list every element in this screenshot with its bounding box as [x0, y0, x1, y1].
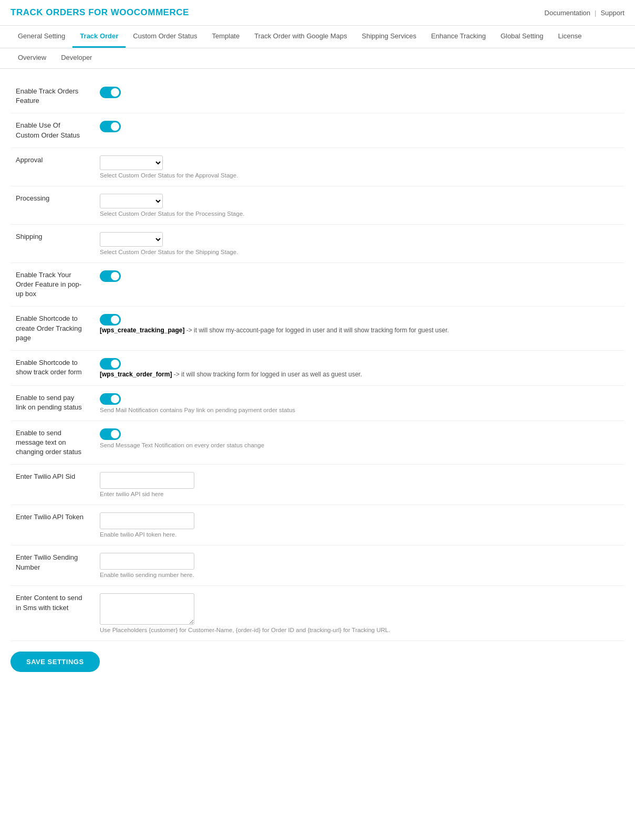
tab-track-order-google-maps[interactable]: Track Order with Google Maps — [247, 26, 355, 48]
note-twilio-sending-number: Enable twilio sending number here. — [100, 572, 619, 578]
support-link[interactable]: Support — [600, 9, 624, 17]
link-separator: | — [595, 9, 596, 17]
row-twilio-api-sid: Enter Twilio API Sid Enter twilio API si… — [11, 465, 624, 505]
row-twilio-api-token: Enter Twilio API Token Enable twilio API… — [11, 505, 624, 545]
row-send-pay-link: Enable to send pay link on pending statu… — [11, 385, 624, 421]
shortcode-tracking-note: [wps_create_tracking_page] -> it will sh… — [100, 327, 619, 334]
label-twilio-api-token: Enter Twilio API Token — [11, 505, 95, 545]
app-title: TRACK ORDERS FOR WOOCOMMERCE — [11, 7, 189, 18]
toggle-slider — [100, 87, 121, 98]
nav-tabs: General Setting Track Order Custom Order… — [0, 26, 635, 48]
toggle-shortcode-tracking-page[interactable] — [100, 314, 121, 326]
toggle-slider-4 — [100, 314, 121, 326]
row-approval: Approval Select Custom Order Status for … — [11, 148, 624, 186]
toggle-slider-7 — [100, 428, 121, 440]
tab-track-order[interactable]: Track Order — [72, 26, 126, 48]
row-enable-popup: Enable Track Your Order Feature in pop-u… — [11, 262, 624, 307]
row-shipping: Shipping Select Custom Order Status for … — [11, 224, 624, 262]
settings-content: Enable Track Orders Feature Enable Use O… — [0, 69, 635, 682]
field-content-sms-ticket: Use Placeholders {customer} for Customer… — [95, 586, 624, 641]
input-twilio-api-token[interactable] — [100, 512, 194, 529]
shortcode-form-desc: -> it will show tracking form for logged… — [174, 371, 362, 378]
tab-template[interactable]: Template — [204, 26, 247, 48]
note-processing: Select Custom Order Status for the Proce… — [100, 211, 619, 217]
shortcode-tracking-desc: -> it will show my-account-page for logg… — [186, 327, 449, 334]
label-processing: Processing — [11, 186, 95, 224]
field-processing: Select Custom Order Status for the Proce… — [95, 186, 624, 224]
select-approval[interactable] — [100, 155, 163, 170]
field-shipping: Select Custom Order Status for the Shipp… — [95, 224, 624, 262]
note-send-message-text: Send Message Text Notification on every … — [100, 442, 619, 448]
subtab-overview[interactable]: Overview — [11, 48, 54, 68]
label-send-message-text: Enable to send message text on changing … — [11, 421, 95, 465]
tab-general-setting[interactable]: General Setting — [11, 26, 72, 48]
tab-enhance-tracking[interactable]: Enhance Tracking — [424, 26, 493, 48]
label-approval: Approval — [11, 148, 95, 186]
label-enable-track-orders: Enable Track Orders Feature — [11, 79, 95, 113]
toggle-send-message-text[interactable] — [100, 428, 121, 440]
textarea-content-sms-ticket[interactable] — [100, 593, 194, 625]
field-twilio-sending-number: Enable twilio sending number here. — [95, 545, 624, 586]
shortcode-form-code: [wps_track_order_form] — [100, 371, 172, 378]
field-send-pay-link: Send Mail Notification contains Pay link… — [95, 385, 624, 421]
row-enable-track-orders: Enable Track Orders Feature — [11, 79, 624, 113]
top-bar-links: Documentation | Support — [545, 9, 624, 17]
toggle-shortcode-track-order-form[interactable] — [100, 358, 121, 370]
tab-global-setting[interactable]: Global Setting — [493, 26, 551, 48]
toggle-slider-5 — [100, 358, 121, 370]
shortcode-form-note: [wps_track_order_form] -> it will show t… — [100, 371, 619, 378]
tab-license[interactable]: License — [551, 26, 589, 48]
save-settings-button[interactable]: SAVE SETTINGS — [11, 652, 100, 672]
note-content-sms-ticket: Use Placeholders {customer} for Customer… — [100, 627, 619, 633]
row-enable-custom-order-status: Enable Use Of Custom Order Status — [11, 113, 624, 148]
field-shortcode-track-order-form: [wps_track_order_form] -> it will show t… — [95, 350, 624, 385]
label-shortcode-track-order-form: Enable Shortcode to show track order for… — [11, 350, 95, 385]
label-send-pay-link: Enable to send pay link on pending statu… — [11, 385, 95, 421]
toggle-send-pay-link[interactable] — [100, 393, 121, 405]
documentation-link[interactable]: Documentation — [545, 9, 590, 17]
field-enable-track-orders — [95, 79, 624, 113]
tab-shipping-services[interactable]: Shipping Services — [355, 26, 424, 48]
select-processing[interactable] — [100, 194, 163, 208]
subtab-developer[interactable]: Developer — [54, 48, 99, 68]
note-twilio-api-token: Enable twilio API token here. — [100, 531, 619, 538]
input-twilio-sending-number[interactable] — [100, 553, 194, 570]
row-content-sms-ticket: Enter Content to send in Sms with ticket… — [11, 586, 624, 641]
toggle-enable-popup[interactable] — [100, 270, 121, 282]
field-enable-popup — [95, 262, 624, 307]
input-twilio-api-sid[interactable] — [100, 472, 194, 489]
toggle-enable-track-orders[interactable] — [100, 87, 121, 98]
settings-table: Enable Track Orders Feature Enable Use O… — [11, 79, 624, 641]
row-shortcode-tracking-page: Enable Shortcode to create Order Trackin… — [11, 307, 624, 351]
field-approval: Select Custom Order Status for the Appro… — [95, 148, 624, 186]
row-processing: Processing Select Custom Order Status fo… — [11, 186, 624, 224]
field-shortcode-tracking-page: [wps_create_tracking_page] -> it will sh… — [95, 307, 624, 351]
label-twilio-api-sid: Enter Twilio API Sid — [11, 465, 95, 505]
shortcode-tracking-code: [wps_create_tracking_page] — [100, 327, 184, 334]
note-approval: Select Custom Order Status for the Appro… — [100, 172, 619, 178]
label-shortcode-tracking-page: Enable Shortcode to create Order Trackin… — [11, 307, 95, 351]
row-send-message-text: Enable to send message text on changing … — [11, 421, 624, 465]
field-send-message-text: Send Message Text Notification on every … — [95, 421, 624, 465]
note-twilio-api-sid: Enter twilio API sid here — [100, 491, 619, 497]
field-enable-custom-order-status — [95, 113, 624, 148]
label-enable-custom-order-status: Enable Use Of Custom Order Status — [11, 113, 95, 148]
row-shortcode-track-order-form: Enable Shortcode to show track order for… — [11, 350, 624, 385]
field-twilio-api-token: Enable twilio API token here. — [95, 505, 624, 545]
toggle-slider-3 — [100, 270, 121, 282]
row-twilio-sending-number: Enter Twilio Sending Number Enable twili… — [11, 545, 624, 586]
top-bar: TRACK ORDERS FOR WOOCOMMERCE Documentati… — [0, 0, 635, 26]
field-twilio-api-sid: Enter twilio API sid here — [95, 465, 624, 505]
label-twilio-sending-number: Enter Twilio Sending Number — [11, 545, 95, 586]
sub-tabs: Overview Developer — [0, 48, 635, 69]
tab-custom-order-status[interactable]: Custom Order Status — [126, 26, 204, 48]
label-content-sms-ticket: Enter Content to send in Sms with ticket — [11, 586, 95, 641]
toggle-slider-2 — [100, 121, 121, 132]
label-shipping: Shipping — [11, 224, 95, 262]
toggle-slider-6 — [100, 393, 121, 405]
select-shipping[interactable] — [100, 232, 163, 247]
toggle-enable-custom-order-status[interactable] — [100, 121, 121, 132]
note-send-pay-link: Send Mail Notification contains Pay link… — [100, 407, 619, 413]
note-shipping: Select Custom Order Status for the Shipp… — [100, 249, 619, 255]
label-enable-popup: Enable Track Your Order Feature in pop-u… — [11, 262, 95, 307]
